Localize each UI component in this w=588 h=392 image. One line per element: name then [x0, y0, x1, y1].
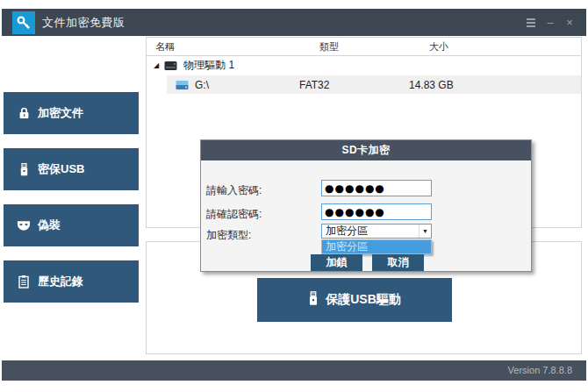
confirm-password-label: 請確認密碼:	[206, 207, 262, 222]
tree-group-row[interactable]: ◢ 物理驅動 1	[147, 56, 581, 75]
history-icon	[17, 275, 31, 289]
lock-button[interactable]: 加鎖	[311, 254, 362, 271]
app-key-icon	[12, 11, 35, 34]
sidebar-item-secure-usb[interactable]: 密保USB	[4, 148, 139, 190]
minimize-icon[interactable]: –	[541, 13, 560, 32]
sidebar-item-disguise[interactable]: 偽裝	[4, 204, 139, 246]
dialog-title: SD卡加密	[201, 140, 531, 160]
sidebar-item-label: 加密文件	[38, 105, 83, 121]
sd-encrypt-dialog: SD卡加密 請輸入密碼: 請確認密碼: 加密類型: 加密分區 ▼ 加密分區 加鎖…	[200, 139, 532, 272]
lock-icon	[17, 107, 31, 119]
protect-usb-button[interactable]: 保護USB驅動	[257, 278, 452, 322]
mask-icon	[17, 220, 31, 232]
sidebar-item-label: 偽裝	[38, 217, 61, 233]
column-header-type[interactable]: 類型	[319, 40, 339, 53]
app-title: 文件加密免費版	[42, 15, 125, 31]
confirm-password-input[interactable]	[321, 203, 432, 220]
dialog-body: 請輸入密碼: 請確認密碼: 加密類型: 加密分區 ▼ 加密分區 加鎖 取消	[201, 160, 531, 271]
dropdown-option-partition[interactable]: 加密分區	[326, 239, 368, 254]
app-window: 文件加密免費版 – × 加密文件	[0, 0, 588, 392]
physical-drive-icon	[164, 61, 177, 71]
chevron-down-icon[interactable]: ▼	[419, 225, 431, 238]
encrypt-type-value: 加密分區	[326, 224, 419, 239]
titlebar: 文件加密免費版 – ×	[2, 9, 586, 36]
encrypt-type-dropdown: 加密分區	[321, 239, 432, 254]
sidebar-item-label: 歷史記錄	[38, 274, 83, 289]
drive-type: FAT32	[299, 79, 329, 91]
password-input[interactable]	[321, 180, 432, 196]
sidebar-item-history[interactable]: 歷史記錄	[4, 260, 139, 303]
encrypt-type-select[interactable]: 加密分區 ▼	[321, 224, 432, 239]
usb-icon	[17, 163, 31, 176]
version-label: Version 7.8.8.8	[508, 365, 572, 375]
drive-size: 14.83 GB	[409, 79, 454, 91]
protect-usb-label: 保護USB驅動	[326, 292, 401, 308]
tree-group-label: 物理驅動 1	[183, 58, 234, 73]
statusbar: Version 7.8.8.8	[2, 360, 586, 381]
table-header: 名稱 類型 大小	[147, 38, 581, 56]
cancel-button[interactable]: 取消	[372, 254, 424, 271]
sidebar-item-encrypt-files[interactable]: 加密文件	[4, 92, 139, 134]
menu-icon[interactable]	[521, 13, 541, 32]
table-row-drive-g[interactable]: G:\	[167, 75, 581, 94]
window-controls: – ×	[521, 9, 579, 36]
encrypt-type-label: 加密類型:	[206, 228, 251, 243]
drive-g-icon	[176, 80, 189, 90]
password-label: 請輸入密碼:	[206, 183, 262, 198]
sidebar-item-label: 密保USB	[38, 161, 84, 177]
tree-expand-icon[interactable]: ◢	[154, 62, 159, 69]
drive-name: G:\	[195, 79, 209, 91]
column-header-name[interactable]: 名稱	[155, 40, 175, 53]
close-icon[interactable]: ×	[560, 13, 579, 32]
usb-icon	[308, 291, 319, 309]
column-header-size[interactable]: 大小	[429, 40, 448, 53]
